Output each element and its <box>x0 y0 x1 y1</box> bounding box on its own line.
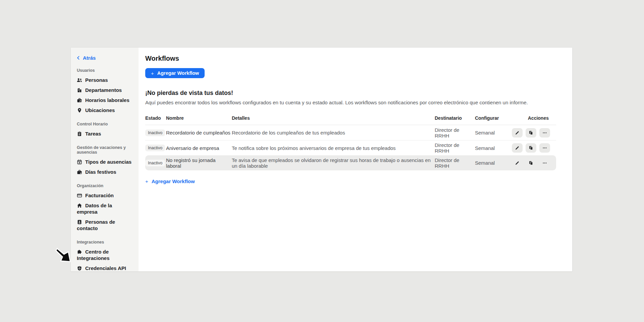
workflow-recipient: Director de RRHH <box>435 142 475 154</box>
sidebar-section-label: Usuarios <box>77 68 135 73</box>
column-header-configurar: Configurar <box>475 115 512 121</box>
workflow-details: Te notifica sobre los próximos aniversar… <box>232 145 435 151</box>
workflow-details: Te avisa de que empleados se olvidaron d… <box>232 157 435 169</box>
table-row[interactable]: Inactivo No registró su jornada laboral … <box>145 155 556 170</box>
sidebar-item-label: Ubicaciones <box>85 107 115 113</box>
sidebar-nav: Usuarios Personas Departamentos Horarios… <box>74 68 135 271</box>
plus-icon: + <box>145 178 148 184</box>
sidebar-section-label: Gestión de vacaciones y ausencias <box>77 145 135 155</box>
sidebar-section-integraciones: Integraciones Centro de Integraciones Cr… <box>74 240 135 271</box>
duplicate-button[interactable] <box>526 128 536 138</box>
add-workflow-link-label: Agregar Workflow <box>152 178 195 184</box>
sidebar-item-ubicaciones[interactable]: Ubicaciones <box>74 105 135 115</box>
section-description: Aquí puedes encontrar todos los workflow… <box>145 100 556 106</box>
copy-icon <box>529 161 533 165</box>
edit-button[interactable] <box>512 143 523 153</box>
add-workflow-button-label: Agregar Workflow <box>157 70 199 76</box>
workflow-name: Recordatorio de cumpleaños <box>166 130 232 136</box>
credit-card-icon <box>77 193 82 198</box>
workflow-name: No registró su jornada laboral <box>166 157 232 169</box>
workflow-name: Aniversario de empresa <box>166 145 232 151</box>
sidebar-item-personas[interactable]: Personas <box>74 75 135 85</box>
sidebar-item-label: Tipos de ausencias <box>85 159 131 165</box>
back-link[interactable]: Atrás <box>74 54 135 61</box>
workflows-panel: Workflows + Agregar Workflow ¡No pierdas… <box>139 48 572 271</box>
sidebar-item-label: Horarios laborales <box>85 97 129 103</box>
calendar-x-icon <box>77 159 82 165</box>
sidebar-item-tareas[interactable]: Tareas <box>74 129 135 139</box>
sidebar-section-label: Integraciones <box>77 240 135 245</box>
add-workflow-link[interactable]: + Agregar Workflow <box>145 178 195 184</box>
status-badge: Inactivo <box>145 129 165 136</box>
workflows-table: Estado Nombre Detalles Destinatario Conf… <box>145 115 556 170</box>
shield-icon <box>77 266 82 271</box>
workflow-schedule: Semanal <box>475 145 512 151</box>
column-header-detalles: Detalles <box>232 115 435 121</box>
pencil-icon <box>515 146 520 150</box>
mouse-pointer-arrow <box>56 248 71 263</box>
back-label: Atrás <box>83 55 96 61</box>
sidebar-item-credenciales-api[interactable]: Credenciales API <box>74 263 135 271</box>
sidebar-item-horarios-laborales[interactable]: Horarios laborales <box>74 95 135 105</box>
contact-card-icon <box>77 219 82 225</box>
more-actions-button[interactable] <box>539 158 550 168</box>
ellipsis-icon <box>542 161 547 165</box>
column-header-acciones: Acciones <box>512 115 556 121</box>
sidebar-section-control-horario: Control Horario Tareas <box>74 122 135 139</box>
sidebar-item-label: Personas <box>85 77 108 83</box>
chevron-left-icon <box>76 56 80 60</box>
status-badge: Inactivo <box>145 160 165 166</box>
home-icon <box>77 203 82 208</box>
copy-icon <box>529 130 533 135</box>
settings-window: Atrás Usuarios Personas Departamentos Ho… <box>71 48 572 271</box>
location-pin-icon <box>77 108 82 113</box>
sidebar-section-label: Organización <box>77 183 135 188</box>
more-actions-button[interactable] <box>539 143 550 153</box>
section-heading: ¡No pierdas de vista tus datos! <box>145 90 556 97</box>
add-workflow-button[interactable]: + Agregar Workflow <box>145 68 205 78</box>
people-icon <box>77 77 82 83</box>
settings-sidebar: Atrás Usuarios Personas Departamentos Ho… <box>71 48 139 271</box>
sidebar-item-facturacion[interactable]: Facturación <box>74 191 135 200</box>
more-actions-button[interactable] <box>539 128 550 138</box>
pencil-icon <box>515 161 520 165</box>
status-badge: Inactivo <box>145 145 165 151</box>
page-title: Workflows <box>145 55 556 62</box>
table-body: Inactivo Recordatorio de cumpleaños Reco… <box>145 125 556 170</box>
column-header-nombre: Nombre <box>166 115 232 121</box>
sidebar-item-centro-de-integraciones[interactable]: Centro de Integraciones <box>74 247 135 263</box>
sidebar-item-label: Credenciales API <box>85 265 126 271</box>
ellipsis-icon <box>542 130 547 135</box>
sidebar-section-label: Control Horario <box>77 122 135 126</box>
table-row[interactable]: Inactivo Recordatorio de cumpleaños Reco… <box>145 125 556 140</box>
briefcase-star-icon <box>77 169 82 175</box>
workflow-recipient: Director de RRHH <box>435 127 475 139</box>
plus-icon: + <box>151 70 154 76</box>
column-header-estado: Estado <box>145 115 166 121</box>
sidebar-item-datos-de-la-empresa[interactable]: Datos de la empresa <box>74 201 135 217</box>
sidebar-item-label: Departamentos <box>85 87 122 93</box>
edit-button[interactable] <box>512 128 523 138</box>
puzzle-icon <box>77 249 82 255</box>
sidebar-item-dias-festivos[interactable]: Días festivos <box>74 167 135 177</box>
sidebar-item-label: Días festivos <box>85 169 116 175</box>
sidebar-section-gestion-de-vacaciones-y-ausencias: Gestión de vacaciones y ausencias Tipos … <box>74 145 135 177</box>
building-icon <box>77 88 82 93</box>
duplicate-button[interactable] <box>526 158 536 168</box>
sidebar-item-personas-de-contacto[interactable]: Personas de contacto <box>74 217 135 233</box>
clipboard-icon <box>77 131 82 137</box>
sidebar-section-organizacion: Organización Facturación Datos de la emp… <box>74 183 135 233</box>
workflow-recipient: Director de RRHH <box>435 157 475 169</box>
duplicate-button[interactable] <box>526 143 536 153</box>
sidebar-item-departamentos[interactable]: Departamentos <box>74 85 135 95</box>
sidebar-item-tipos-de-ausencias[interactable]: Tipos de ausencias <box>74 157 135 167</box>
copy-icon <box>529 146 533 150</box>
briefcase-clock-icon <box>77 98 82 103</box>
sidebar-item-label: Facturación <box>85 193 114 198</box>
table-row[interactable]: Inactivo Aniversario de empresa Te notif… <box>145 140 556 155</box>
sidebar-item-label: Personas de contacto <box>77 219 115 231</box>
ellipsis-icon <box>542 146 547 150</box>
pencil-icon <box>515 130 520 135</box>
sidebar-item-label: Tareas <box>85 131 101 137</box>
edit-button[interactable] <box>512 158 523 168</box>
